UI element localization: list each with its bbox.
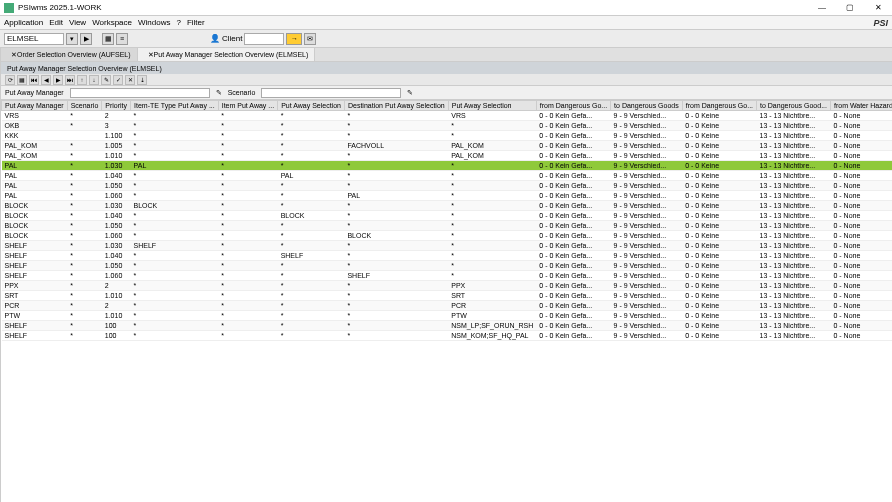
table-cell: 9 - 9 Verschied... xyxy=(611,231,683,241)
table-cell: 9 - 9 Verschied... xyxy=(611,121,683,131)
grid-sort-asc-icon[interactable]: ↑ xyxy=(77,75,87,85)
grid-check-icon[interactable]: ✓ xyxy=(113,75,123,85)
table-row[interactable]: PTW*1.010****PTW0 - 0 Kein Gefa...9 - 9 … xyxy=(2,311,893,321)
column-header[interactable]: Priority xyxy=(102,101,131,111)
table-row[interactable]: OKB*3*****0 - 0 Kein Gefa...9 - 9 Versch… xyxy=(2,121,893,131)
grid-nav-prev-icon[interactable]: ◀ xyxy=(41,75,51,85)
table-row[interactable]: BLOCK*1.030BLOCK****0 - 0 Kein Gefa...9 … xyxy=(2,201,893,211)
grid-export-icon[interactable]: ⤓ xyxy=(137,75,147,85)
table-cell: * xyxy=(278,151,345,161)
table-row[interactable]: KKK1.100*****0 - 0 Kein Gefa...9 - 9 Ver… xyxy=(2,131,893,141)
grid-edit-icon[interactable]: ✎ xyxy=(101,75,111,85)
close-button[interactable]: ✕ xyxy=(868,3,888,12)
table-row[interactable]: PAL*1.040**PAL**0 - 0 Kein Gefa...9 - 9 … xyxy=(2,171,893,181)
table-row[interactable]: PAL*1.060***PAL*0 - 0 Kein Gefa...9 - 9 … xyxy=(2,191,893,201)
table-cell: 0 - 0 Keine xyxy=(682,201,756,211)
table-cell: * xyxy=(344,181,448,191)
column-header[interactable]: Item Put Away ... xyxy=(218,101,277,111)
table-row[interactable]: SHELF*100****NSM_LP;SF_ORUN_RSH0 - 0 Kei… xyxy=(2,321,893,331)
table-row[interactable]: PAL*1.050*****0 - 0 Kein Gefa...9 - 9 Ve… xyxy=(2,181,893,191)
table-cell: * xyxy=(278,231,345,241)
table-cell: * xyxy=(67,281,102,291)
table-cell: * xyxy=(344,321,448,331)
column-header[interactable]: Scenario xyxy=(67,101,102,111)
table-cell: 3 xyxy=(102,121,131,131)
toolbar-btn-2[interactable]: ≡ xyxy=(116,33,128,45)
grid[interactable]: Put Away ManagerScenarioPriorityItem-TE … xyxy=(1,100,892,502)
toolbar-btn-1[interactable]: ▦ xyxy=(102,33,114,45)
filter-input-scenario[interactable] xyxy=(261,88,401,98)
menu-help[interactable]: ? xyxy=(176,18,180,27)
toolbar-play-icon[interactable]: ▶ xyxy=(80,33,92,45)
table-row[interactable]: VRS*2****VRS0 - 0 Kein Gefa...9 - 9 Vers… xyxy=(2,111,893,121)
table-row[interactable]: SHELF*1.060***SHELF*0 - 0 Kein Gefa...9 … xyxy=(2,271,893,281)
table-cell: * xyxy=(344,151,448,161)
table-cell: * xyxy=(131,261,219,271)
column-header[interactable]: from Water Hazard Class xyxy=(830,101,892,111)
table-row[interactable]: PAL_KOM*1.010****PAL_KOM0 - 0 Kein Gefa.… xyxy=(2,151,893,161)
column-header[interactable]: Item-TE Type Put Away ... xyxy=(131,101,219,111)
filter-input-put-away[interactable] xyxy=(70,88,210,98)
column-header[interactable]: Put Away Selection xyxy=(278,101,345,111)
table-cell: PAL xyxy=(2,171,68,181)
menu-filter[interactable]: Filter xyxy=(187,18,205,27)
grid-nav-last-icon[interactable]: ⏭ xyxy=(65,75,75,85)
grid-nav-next-icon[interactable]: ▶ xyxy=(53,75,63,85)
table-row[interactable]: PPX*2****PPX0 - 0 Kein Gefa...9 - 9 Vers… xyxy=(2,281,893,291)
table-row[interactable]: SHELF*1.040**SHELF**0 - 0 Kein Gefa...9 … xyxy=(2,251,893,261)
grid-refresh-icon[interactable]: ⟳ xyxy=(5,75,15,85)
table-cell: 9 - 9 Verschied... xyxy=(611,241,683,251)
menu-application[interactable]: Application xyxy=(4,18,43,27)
table-cell: 13 - 13 Nichtbre... xyxy=(757,291,831,301)
maximize-button[interactable]: ▢ xyxy=(840,3,860,12)
grid-sort-desc-icon[interactable]: ↓ xyxy=(89,75,99,85)
grid-nav-first-icon[interactable]: ⏮ xyxy=(29,75,39,85)
table-row[interactable]: BLOCK*1.060***BLOCK*0 - 0 Kein Gefa...9 … xyxy=(2,231,893,241)
column-header[interactable]: Put Away Manager xyxy=(2,101,68,111)
table-cell: * xyxy=(218,171,277,181)
table-cell: VRS xyxy=(2,111,68,121)
table-row[interactable]: BLOCK*1.050*****0 - 0 Kein Gefa...9 - 9 … xyxy=(2,221,893,231)
search-input[interactable] xyxy=(4,33,64,45)
table-cell: 0 - None xyxy=(830,331,892,341)
tab-order-selection[interactable]: ✕Order Selection Overview (AUFSEL) xyxy=(1,48,138,61)
filter-edit-icon-1[interactable]: ✎ xyxy=(216,89,222,97)
filter-edit-icon-2[interactable]: ✎ xyxy=(407,89,413,97)
table-cell: 0 - None xyxy=(830,141,892,151)
menu-edit[interactable]: Edit xyxy=(49,18,63,27)
table-row[interactable]: PAL*1.030PAL****0 - 0 Kein Gefa...9 - 9 … xyxy=(2,161,893,171)
client-go-button[interactable]: → xyxy=(286,33,302,45)
column-header[interactable]: to Dangerous Goods xyxy=(611,101,683,111)
table-cell: 1.030 xyxy=(102,161,131,171)
table-row[interactable]: PCR*2****PCR0 - 0 Kein Gefa...9 - 9 Vers… xyxy=(2,301,893,311)
minimize-button[interactable]: — xyxy=(812,3,832,12)
table-cell: 0 - None xyxy=(830,111,892,121)
client-input[interactable] xyxy=(244,33,284,45)
table-cell: BLOCK xyxy=(278,211,345,221)
table-cell: BLOCK xyxy=(2,221,68,231)
table-cell: 13 - 13 Nichtbre... xyxy=(757,121,831,131)
grid-delete-icon[interactable]: ✕ xyxy=(125,75,135,85)
table-cell: FACHVOLL xyxy=(344,141,448,151)
column-header[interactable]: Put Away Selection xyxy=(448,101,536,111)
table-row[interactable]: SRT*1.010****SRT0 - 0 Kein Gefa...9 - 9 … xyxy=(2,291,893,301)
search-dropdown-icon[interactable]: ▾ xyxy=(66,33,78,45)
column-header[interactable]: from Dangerous Go... xyxy=(682,101,756,111)
tab-put-away-manager[interactable]: ✕Put Away Manager Selection Overview (EL… xyxy=(138,48,316,61)
menu-workspace[interactable]: Workspace xyxy=(92,18,132,27)
column-header[interactable]: from Dangerous Go... xyxy=(536,101,610,111)
table-cell: * xyxy=(218,191,277,201)
table-row[interactable]: SHELF*100****NSM_KOM;SF_HQ_PAL0 - 0 Kein… xyxy=(2,331,893,341)
client-mail-icon[interactable]: ✉ xyxy=(304,33,316,45)
table-row[interactable]: SHELF*1.030SHELF****0 - 0 Kein Gefa...9 … xyxy=(2,241,893,251)
grid-filter-icon[interactable]: ▦ xyxy=(17,75,27,85)
table-cell: * xyxy=(218,151,277,161)
column-header[interactable]: Destination Put Away Selection xyxy=(344,101,448,111)
column-header[interactable]: to Dangerous Good... xyxy=(757,101,831,111)
table-row[interactable]: PAL_KOM*1.005***FACHVOLLPAL_KOM0 - 0 Kei… xyxy=(2,141,893,151)
table-cell: 9 - 9 Verschied... xyxy=(611,271,683,281)
table-row[interactable]: SHELF*1.050*****0 - 0 Kein Gefa...9 - 9 … xyxy=(2,261,893,271)
menu-view[interactable]: View xyxy=(69,18,86,27)
menu-windows[interactable]: Windows xyxy=(138,18,170,27)
table-row[interactable]: BLOCK*1.040**BLOCK**0 - 0 Kein Gefa...9 … xyxy=(2,211,893,221)
